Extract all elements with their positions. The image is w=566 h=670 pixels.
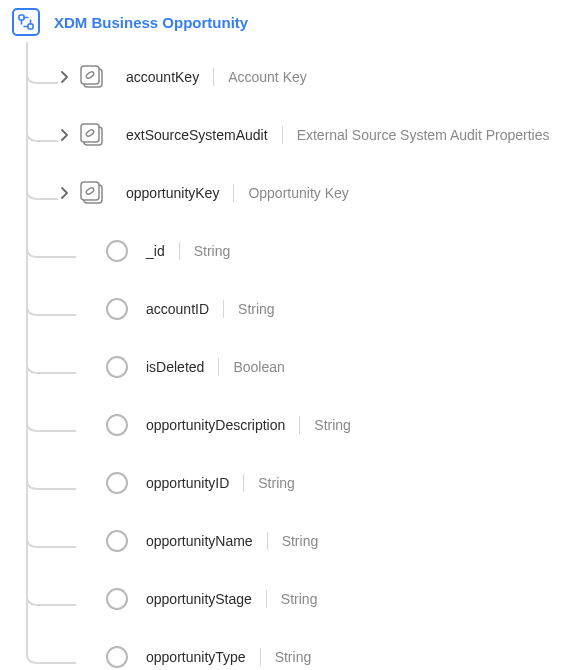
tree-row[interactable]: opportunityName String	[26, 512, 554, 570]
schema-tree: accountKey Account Key extSourceSystemAu…	[26, 42, 554, 670]
field-name: isDeleted	[146, 359, 204, 375]
tree-row[interactable]: opportunityID String	[26, 454, 554, 512]
svg-rect-6	[81, 124, 99, 142]
field-name: opportunityType	[146, 649, 246, 665]
scalar-field-icon	[106, 240, 128, 262]
field-labels: opportunityDescription String	[146, 416, 351, 434]
schema-root-row[interactable]: XDM Business Opportunity	[12, 8, 554, 36]
field-type: String	[238, 301, 275, 317]
field-labels: accountKey Account Key	[126, 68, 307, 86]
field-type: String	[275, 649, 312, 665]
separator	[282, 126, 283, 144]
separator	[266, 590, 267, 608]
chevron-right-icon[interactable]	[58, 187, 72, 199]
field-labels: _id String	[146, 242, 230, 260]
tree-row[interactable]: opportunityStage String	[26, 570, 554, 628]
tree-row[interactable]: opportunityKey Opportunity Key	[26, 164, 554, 222]
separator	[260, 648, 261, 666]
tree-branch-line	[26, 592, 58, 606]
tree-branch-line	[26, 360, 58, 374]
separator	[213, 68, 214, 86]
scalar-field-icon	[106, 472, 128, 494]
object-stack-icon	[78, 120, 108, 150]
separator	[218, 358, 219, 376]
field-labels: opportunityStage String	[146, 590, 317, 608]
separator	[179, 242, 180, 260]
field-type: Opportunity Key	[248, 185, 348, 201]
tree-row[interactable]: isDeleted Boolean	[26, 338, 554, 396]
tree-branch-line	[26, 244, 58, 258]
separator	[243, 474, 244, 492]
field-type: String	[194, 243, 231, 259]
field-type: String	[282, 533, 319, 549]
tree-branch-line	[26, 302, 58, 316]
tree-row[interactable]: extSourceSystemAudit External Source Sys…	[26, 106, 554, 164]
scalar-field-icon	[106, 588, 128, 610]
field-name: extSourceSystemAudit	[126, 127, 268, 143]
tree-row[interactable]: accountKey Account Key	[26, 48, 554, 106]
chevron-right-icon[interactable]	[58, 129, 72, 141]
separator	[223, 300, 224, 318]
field-type: External Source System Audit Properties	[297, 127, 550, 143]
tree-row[interactable]: _id String	[26, 222, 554, 280]
field-type: Account Key	[228, 69, 307, 85]
scalar-field-icon	[106, 530, 128, 552]
tree-branch-line	[26, 70, 58, 84]
scalar-field-icon	[106, 298, 128, 320]
tree-row[interactable]: opportunityType String	[26, 628, 554, 670]
separator	[299, 416, 300, 434]
field-name: accountID	[146, 301, 209, 317]
field-name: opportunityDescription	[146, 417, 285, 433]
tree-branch-line	[26, 534, 58, 548]
field-type: String	[314, 417, 351, 433]
object-stack-icon	[78, 178, 108, 208]
scalar-field-icon	[106, 646, 128, 668]
field-labels: opportunityType String	[146, 648, 311, 666]
tree-row[interactable]: accountID String	[26, 280, 554, 338]
field-name: _id	[146, 243, 165, 259]
field-type: Boolean	[233, 359, 284, 375]
chevron-right-icon[interactable]	[58, 71, 72, 83]
field-name: accountKey	[126, 69, 199, 85]
field-name: opportunityID	[146, 475, 229, 491]
separator	[233, 184, 234, 202]
separator	[267, 532, 268, 550]
tree-branch-line	[26, 128, 58, 142]
field-type: String	[281, 591, 318, 607]
field-name: opportunityStage	[146, 591, 252, 607]
field-type: String	[258, 475, 295, 491]
tree-branch-line	[26, 650, 58, 664]
tree-branch-line	[26, 476, 58, 490]
field-labels: isDeleted Boolean	[146, 358, 285, 376]
svg-rect-9	[81, 182, 99, 200]
object-stack-icon	[78, 62, 108, 92]
tree-branch-line	[26, 186, 58, 200]
field-labels: accountID String	[146, 300, 275, 318]
svg-rect-3	[81, 66, 99, 84]
field-name: opportunityKey	[126, 185, 219, 201]
schema-title: XDM Business Opportunity	[54, 14, 248, 31]
scalar-field-icon	[106, 356, 128, 378]
tree-row[interactable]: opportunityDescription String	[26, 396, 554, 454]
field-labels: opportunityName String	[146, 532, 318, 550]
schema-icon	[12, 8, 40, 36]
field-labels: extSourceSystemAudit External Source Sys…	[126, 126, 550, 144]
field-labels: opportunityKey Opportunity Key	[126, 184, 349, 202]
scalar-field-icon	[106, 414, 128, 436]
field-name: opportunityName	[146, 533, 253, 549]
field-labels: opportunityID String	[146, 474, 295, 492]
tree-branch-line	[26, 418, 58, 432]
